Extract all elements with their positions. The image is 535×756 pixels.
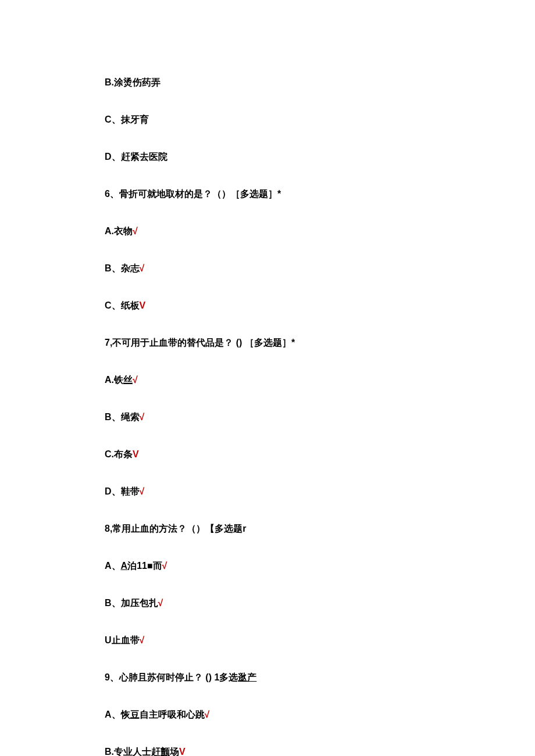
option-line: U止血带√	[105, 633, 430, 647]
check-mark: V	[179, 747, 186, 756]
question-number: 7,	[105, 338, 112, 347]
option-line: C.布条V	[105, 447, 430, 461]
question-text: 不可用于止血带的替代品是？ () ［多选题］*	[112, 338, 295, 347]
check-mark: √	[140, 635, 145, 645]
option-line: C、抹牙育	[105, 113, 430, 127]
question-number: 8,	[105, 524, 112, 533]
option-text: 、	[112, 561, 121, 571]
option-text: 、纸板	[112, 300, 140, 310]
option-text: 铁	[114, 375, 123, 385]
option-text2: 自主呼吸和心跳	[140, 710, 205, 719]
question-number: 9	[105, 672, 110, 682]
option-label: A.	[105, 226, 114, 236]
option-text: 、赶紧去医院	[112, 152, 167, 162]
option-text: 衣物	[114, 226, 133, 236]
option-line: D、鞋带√	[105, 485, 430, 499]
option-text-underline: A	[121, 561, 128, 571]
option-line: B、绳索√	[105, 410, 430, 424]
check-mark: √	[140, 412, 145, 422]
check-mark: √	[205, 710, 210, 719]
question-line: 7,不可用于止血带的替代品是？ () ［多选题］*	[105, 336, 430, 350]
option-label: C	[105, 300, 112, 310]
option-line: B、杂志√	[105, 261, 430, 275]
option-line: B.涂烫伤药弄	[105, 76, 430, 89]
option-label: D	[105, 152, 112, 162]
option-text: 涂烫伤药弄	[114, 77, 160, 87]
option-label: A.	[105, 375, 114, 385]
check-mark: V	[133, 449, 139, 459]
question-text: 、心肺且苏何时停止？ () 1多选	[110, 672, 238, 682]
option-text: 、恢	[112, 710, 130, 719]
question-text: 、骨折可就地取材的是？（）［多选题］*	[110, 189, 281, 199]
option-line: A.铁丝√	[105, 373, 430, 387]
check-mark: √	[140, 486, 145, 496]
option-line: B.专业人士赶颤场V	[105, 745, 430, 756]
question-text: 常用止血的方法？（）【多选题	[112, 524, 242, 533]
option-text: 、加压包扎	[112, 598, 158, 608]
option-text: 、绳索	[112, 412, 140, 422]
option-line: A.衣物√	[105, 224, 430, 238]
question-trail: r	[242, 524, 246, 533]
option-label: B	[105, 598, 112, 608]
option-label: D	[105, 486, 112, 496]
option-text: U止血带	[105, 635, 140, 645]
check-mark: √	[133, 375, 138, 385]
option-line: A、A泊11■而√	[105, 559, 430, 573]
option-text: 、杂志	[112, 263, 140, 273]
option-label: A	[105, 561, 112, 571]
option-text2: 场	[170, 747, 179, 756]
question-line: 8,常用止血的方法？（）【多选题r	[105, 522, 430, 536]
check-mark: √	[140, 263, 145, 273]
option-text-underline: 颤	[160, 747, 170, 756]
option-label: A	[105, 710, 112, 719]
option-bold2: 11■	[137, 561, 152, 571]
option-label: C.	[105, 449, 114, 459]
question-line: 6、骨折可就地取材的是？（）［多选题］*	[105, 187, 430, 201]
option-label: B.	[105, 77, 114, 87]
option-text: 专业人士赶	[114, 747, 160, 756]
option-text-underline: 丝	[123, 375, 133, 385]
option-line: A、恢豆自主呼吸和心跳√	[105, 708, 430, 722]
option-line: D、赶紧去医院	[105, 150, 430, 164]
option-label: C	[105, 114, 112, 124]
check-mark: V	[140, 300, 146, 310]
option-text-underline: 豆	[130, 710, 140, 719]
question-number: 6	[105, 189, 110, 199]
option-text3: 而	[153, 561, 162, 571]
option-label: B	[105, 263, 112, 273]
question-line: 9、心肺且苏何时停止？ () 1多选逖产	[105, 671, 430, 685]
check-mark: √	[133, 226, 138, 236]
check-mark: √	[162, 561, 167, 571]
option-text: 、抹牙育	[112, 114, 149, 124]
option-label: B	[105, 412, 112, 422]
check-mark: √	[158, 598, 163, 608]
option-line: B、加压包扎√	[105, 596, 430, 610]
option-text2: 泊	[127, 561, 137, 571]
option-text: 布条	[114, 449, 133, 459]
option-label: B.	[105, 747, 114, 756]
question-underline: 逖产	[238, 672, 256, 682]
option-text: 、鞋带	[112, 486, 140, 496]
option-line: C、纸板V	[105, 299, 430, 313]
